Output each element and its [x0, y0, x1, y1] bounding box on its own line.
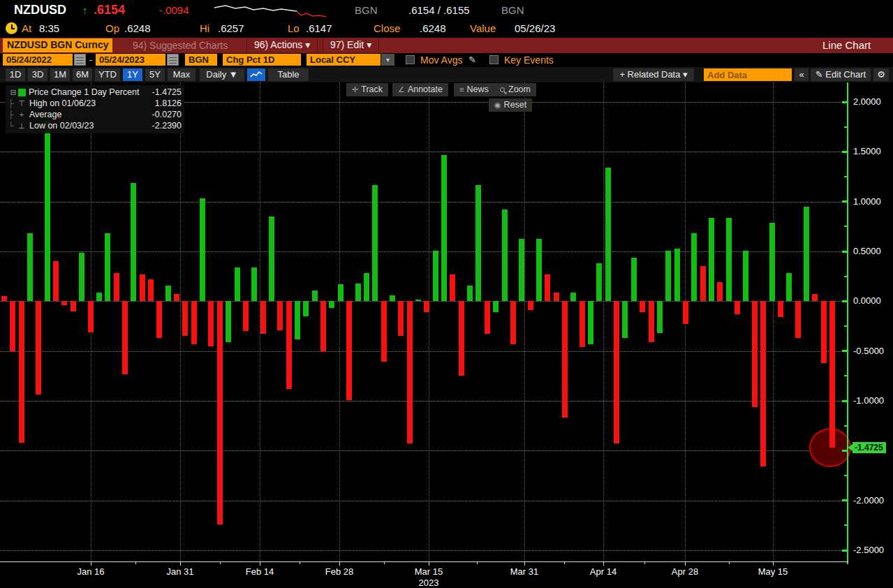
price-change-bar[interactable]	[381, 301, 387, 362]
price-change-bar[interactable]	[71, 301, 76, 311]
price-change-bar[interactable]	[752, 301, 758, 406]
price-change-bar[interactable]	[277, 301, 283, 330]
price-change-bar[interactable]	[467, 286, 473, 302]
price-change-bar[interactable]	[148, 279, 154, 301]
edit-chart-button[interactable]: ✎ Edit Chart	[811, 68, 871, 81]
price-change-bar[interactable]	[821, 301, 827, 362]
price-change-bar[interactable]	[243, 301, 249, 331]
security-box[interactable]: NZDUSD BGN Curncy	[3, 38, 112, 52]
price-change-bar[interactable]	[536, 239, 542, 302]
price-change-bar[interactable]	[338, 284, 344, 301]
price-change-bar[interactable]	[657, 301, 663, 333]
collapse-box-icon[interactable]: ⊟	[8, 88, 18, 97]
price-change-bar[interactable]	[795, 301, 801, 338]
price-change-bar[interactable]	[441, 155, 447, 302]
price-change-bar[interactable]	[459, 301, 464, 376]
study-field[interactable]: Chg Pct 1D	[223, 54, 301, 66]
price-change-bar[interactable]	[295, 301, 300, 339]
price-source-field[interactable]: BGN	[185, 54, 217, 66]
date-to-field[interactable]: 05/24/2023	[96, 54, 165, 66]
price-change-bar[interactable]	[717, 282, 723, 301]
price-change-bar[interactable]	[450, 274, 455, 302]
price-change-bar[interactable]	[174, 294, 179, 301]
mov-avgs-pencil-icon[interactable]: ✎	[468, 54, 476, 65]
calendar-icon[interactable]	[74, 54, 86, 66]
legend-series-row[interactable]: ⊟ Price Change 1 Day Percent -1.4725	[8, 87, 182, 98]
price-change-bar[interactable]	[390, 295, 395, 302]
price-change-bar[interactable]	[519, 239, 524, 302]
price-change-bar[interactable]	[226, 301, 231, 341]
price-change-bar[interactable]	[570, 293, 576, 302]
news-button[interactable]: ≡News	[454, 83, 494, 96]
price-change-bar[interactable]	[554, 293, 559, 302]
price-change-bar[interactable]	[286, 301, 292, 389]
price-change-bar[interactable]	[545, 274, 550, 302]
price-change-bar[interactable]	[96, 293, 102, 302]
tab-1y[interactable]: 1Y	[123, 68, 142, 81]
price-change-bar[interactable]	[131, 183, 136, 302]
price-change-bar[interactable]	[778, 301, 783, 317]
related-data-button[interactable]: + Related Data ▾	[613, 68, 694, 81]
price-change-bar[interactable]	[372, 185, 378, 302]
price-change-bar[interactable]	[364, 273, 369, 301]
price-change-bar[interactable]	[562, 301, 568, 418]
price-change-bar[interactable]	[709, 218, 714, 302]
price-change-bar[interactable]	[88, 301, 94, 332]
price-change-bar[interactable]	[19, 301, 24, 443]
price-change-bar[interactable]	[743, 251, 748, 302]
price-change-bar[interactable]	[122, 301, 128, 374]
price-change-bar[interactable]	[424, 301, 429, 312]
line-chart-type-button[interactable]	[247, 68, 265, 81]
tab-3d[interactable]: 3D	[28, 68, 47, 81]
reset-button[interactable]: ◉Reset	[489, 98, 532, 112]
price-change-bar[interactable]	[156, 301, 162, 338]
price-change-bar[interactable]	[36, 301, 41, 395]
price-change-bar[interactable]	[700, 266, 706, 301]
price-change-bar[interactable]	[665, 251, 671, 302]
key-events-label[interactable]: Key Events	[504, 54, 554, 66]
mov-avgs-label[interactable]: Mov Avgs	[420, 54, 462, 66]
tab-max[interactable]: Max	[168, 68, 195, 81]
settings-gear-icon[interactable]: ⚙	[873, 68, 889, 81]
price-change-bar[interactable]	[769, 223, 775, 302]
price-change-bar[interactable]	[735, 301, 740, 314]
price-change-bar[interactable]	[260, 301, 266, 334]
price-change-bar[interactable]	[251, 267, 257, 301]
price-change-bar[interactable]	[596, 263, 602, 301]
price-change-bar[interactable]	[45, 121, 50, 302]
currency-field[interactable]: Local CCY	[307, 54, 381, 66]
price-change-bar[interactable]	[433, 251, 438, 302]
price-change-bar[interactable]	[398, 301, 404, 336]
price-change-bar[interactable]	[649, 301, 654, 341]
suggested-charts-button[interactable]: 94) Suggested Charts	[133, 40, 228, 51]
price-change-bar[interactable]	[217, 301, 223, 524]
price-change-bar[interactable]	[760, 301, 766, 466]
price-change-bar[interactable]	[140, 274, 145, 302]
price-change-bar[interactable]	[329, 301, 334, 308]
price-change-bar[interactable]	[812, 294, 818, 301]
zoom-button[interactable]: Zoom	[494, 83, 536, 96]
tab-ytd[interactable]: YTD	[95, 68, 120, 81]
price-change-bar[interactable]	[165, 286, 171, 302]
track-button[interactable]: ✛Track	[346, 83, 388, 96]
price-change-bar[interactable]	[407, 301, 413, 443]
price-change-bar[interactable]	[182, 301, 188, 336]
currency-dropdown-arrow[interactable]: ▾	[381, 54, 394, 66]
mov-avgs-checkbox[interactable]	[406, 55, 415, 64]
price-change-bar[interactable]	[510, 301, 516, 344]
price-change-bar[interactable]	[614, 301, 619, 443]
price-change-bar[interactable]	[485, 301, 490, 334]
table-button[interactable]: Table	[268, 68, 309, 81]
tab-5y[interactable]: 5Y	[145, 68, 165, 81]
price-change-bar[interactable]	[580, 301, 585, 347]
tab-1m[interactable]: 1M	[50, 68, 70, 81]
price-change-bar[interactable]	[27, 233, 33, 301]
price-change-bar[interactable]	[804, 207, 809, 302]
price-change-bar[interactable]	[53, 261, 59, 301]
price-change-bar[interactable]	[674, 249, 680, 302]
calendar-icon-2[interactable]	[167, 54, 179, 66]
collapse-button[interactable]: «	[795, 68, 809, 81]
price-change-bar[interactable]	[493, 301, 499, 312]
price-change-bar[interactable]	[312, 291, 318, 302]
price-change-bar[interactable]	[726, 218, 732, 302]
